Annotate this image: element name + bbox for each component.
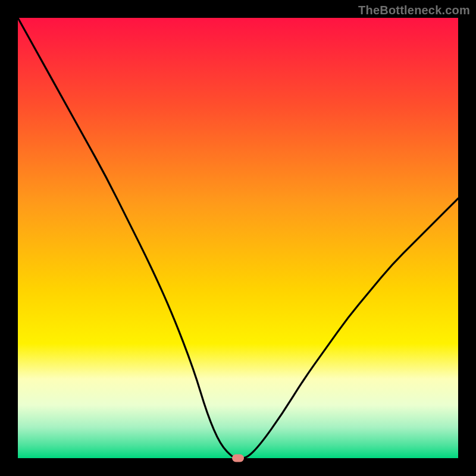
chart-frame: TheBottleneck.com xyxy=(0,0,476,476)
gradient-background xyxy=(18,18,458,458)
plot-area xyxy=(18,18,458,458)
watermark-text: TheBottleneck.com xyxy=(358,4,470,17)
optimal-marker xyxy=(232,455,244,462)
chart-svg xyxy=(18,18,458,458)
